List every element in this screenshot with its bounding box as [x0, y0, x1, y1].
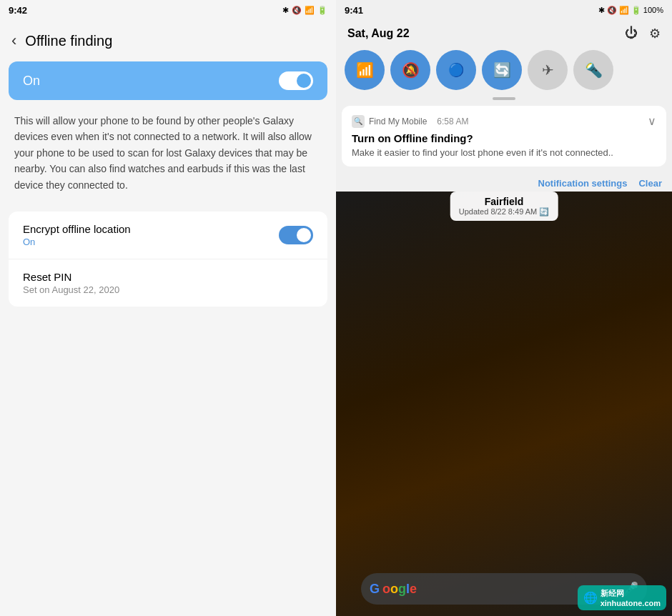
date-row: Sat, Aug 22 ⏻ ⚙	[336, 20, 672, 46]
settings-icon[interactable]: ⚙	[649, 26, 661, 41]
notif-app-name: Find My Mobile	[369, 116, 427, 126]
settings-card: Encrypt offline location On Reset PIN Se…	[9, 212, 327, 307]
notif-app-row: 🔍 Find My Mobile 6:58 AM	[352, 115, 468, 128]
bt-icon: ✱	[282, 6, 289, 15]
bluetooth-icon: 🔵	[448, 62, 464, 78]
encrypt-location-item[interactable]: Encrypt offline location On	[9, 212, 327, 259]
reset-pin-sub: Set on August 22, 2020	[23, 284, 119, 295]
back-button[interactable]: ‹	[6, 29, 22, 53]
reset-pin-name: Reset PIN	[23, 271, 119, 283]
description-text: This will allow your phone to be found b…	[0, 100, 336, 206]
mute-tile-icon: 🔕	[402, 61, 420, 79]
map-updated: Updated 8/22 8:49 AM 🔄	[459, 207, 550, 217]
header-left: ‹ Offline finding	[0, 20, 336, 61]
wifi-icon: 📶	[356, 61, 374, 79]
status-bar-right: 9:41 ✱ 🔇 📶 🔋 100%	[336, 0, 672, 20]
flashlight-icon: 🔦	[585, 61, 603, 79]
notif-actions: Notification settings Clear	[336, 172, 672, 192]
notification-panel: Sat, Aug 22 ⏻ ⚙ 📶 🔕 🔵 🔄 ✈	[336, 20, 672, 192]
mute-tile[interactable]: 🔕	[390, 50, 430, 90]
reset-pin-item[interactable]: Reset PIN Set on August 22, 2020	[9, 259, 327, 307]
encrypt-sub: On	[23, 237, 131, 247]
left-panel: 9:42 ✱ 🔇 📶 🔋 ‹ Offline finding On This w…	[0, 0, 336, 616]
status-icons-right: ✱ 🔇 📶 🔋 100%	[598, 6, 663, 15]
status-icons-left: ✱ 🔇 📶 🔋	[282, 6, 327, 15]
notif-body: Make it easier to find your lost phone e…	[352, 147, 656, 158]
notif-app-icon: 🔍	[352, 115, 365, 128]
encrypt-info: Encrypt offline location On	[23, 223, 131, 247]
offline-finding-toggle[interactable]	[279, 71, 313, 90]
encrypt-name: Encrypt offline location	[23, 223, 131, 235]
sync-tile[interactable]: 🔄	[482, 50, 522, 90]
notification-card: 🔍 Find My Mobile 6:58 AM ∨ Turn on Offli…	[342, 106, 666, 167]
sync-icon: 🔄	[493, 61, 511, 79]
time-right: 9:41	[345, 5, 363, 16]
watermark-icon: 🌐	[583, 591, 598, 605]
drag-handle	[493, 97, 515, 100]
map-area: Fairfield Updated 8/22 8:49 AM 🔄 Google …	[336, 192, 672, 616]
airplane-tile[interactable]: ✈	[528, 50, 568, 90]
notification-settings-button[interactable]: Notification settings	[538, 178, 628, 189]
reset-pin-info: Reset PIN Set on August 22, 2020	[23, 271, 119, 295]
flashlight-tile[interactable]: 🔦	[573, 50, 613, 90]
page-title: Offline finding	[25, 33, 112, 49]
bt-icon-right: ✱	[598, 6, 605, 15]
watermark: 🌐 新经网xinhuatone.com	[578, 585, 666, 610]
power-icon[interactable]: ⏻	[625, 26, 638, 41]
mute-icon-right: 🔇	[607, 6, 617, 15]
mute-icon: 🔇	[292, 6, 302, 15]
notif-title: Turn on Offline finding?	[352, 132, 656, 144]
bluetooth-tile[interactable]: 🔵	[436, 50, 476, 90]
quick-tiles: 📶 🔕 🔵 🔄 ✈ 🔦	[336, 46, 672, 97]
status-bar-left: 9:42 ✱ 🔇 📶 🔋	[0, 0, 336, 20]
battery-right: 🔋 100%	[631, 6, 663, 15]
signal-icon: 📶	[305, 6, 315, 15]
battery-icon: 🔋	[317, 6, 327, 15]
notif-header: 🔍 Find My Mobile 6:58 AM ∨	[352, 114, 656, 128]
encrypt-toggle[interactable]	[279, 226, 313, 244]
date-icons: ⏻ ⚙	[625, 26, 661, 41]
watermark-text: 新经网xinhuatone.com	[601, 588, 661, 607]
right-panel: 9:41 ✱ 🔇 📶 🔋 100% Sat, Aug 22 ⏻ ⚙ 📶 🔕	[336, 0, 672, 616]
map-city: Fairfield	[459, 196, 550, 207]
time-left: 9:42	[9, 5, 27, 16]
airplane-icon: ✈	[542, 61, 554, 79]
wifi-tile[interactable]: 📶	[345, 50, 385, 90]
notif-time: 6:58 AM	[437, 116, 468, 126]
offline-finding-toggle-row: On	[9, 61, 327, 100]
signal-icon-right: 📶	[619, 6, 629, 15]
notif-expand-button[interactable]: ∨	[648, 114, 656, 128]
map-location-chip: Fairfield Updated 8/22 8:49 AM 🔄	[450, 192, 558, 221]
toggle-on-label: On	[23, 74, 40, 89]
date-text: Sat, Aug 22	[347, 27, 410, 40]
google-g-icon: Google	[370, 582, 417, 597]
clear-button[interactable]: Clear	[638, 178, 662, 189]
